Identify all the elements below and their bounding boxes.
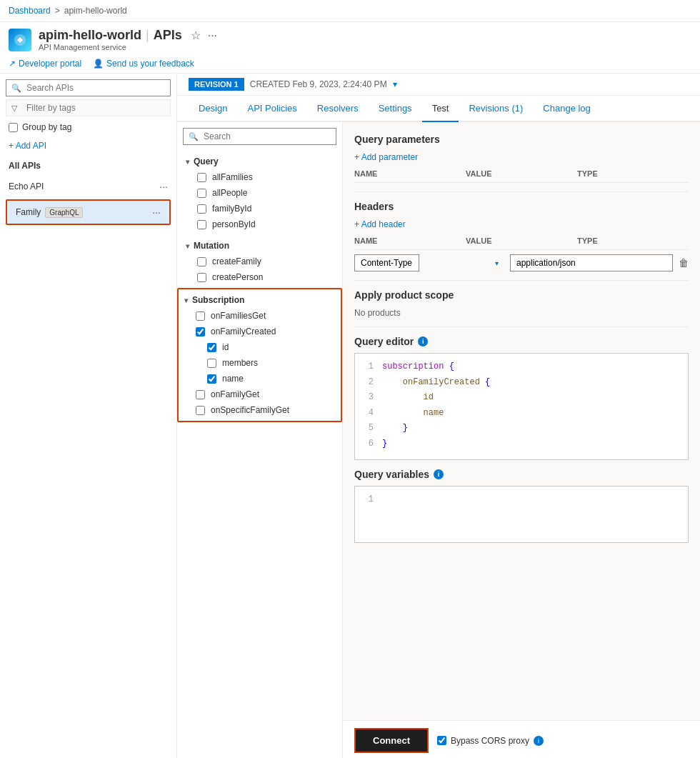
api-name-family: Family GraphQL (16, 207, 83, 218)
tab-change-log[interactable]: Change log (533, 96, 601, 122)
ops-group-query-header[interactable]: ▾ Query (183, 154, 336, 169)
tab-revisions[interactable]: Revisions (1) (459, 96, 533, 122)
ops-item-members[interactable]: members (181, 355, 338, 371)
subscription-group-label: Subscription (192, 295, 244, 305)
code-line-5: 5 } (361, 421, 682, 437)
createFamily-checkbox[interactable] (197, 257, 206, 266)
ops-item-createFamily[interactable]: createFamily (183, 254, 336, 269)
onSpecificFamilyGet-checkbox[interactable] (196, 406, 205, 415)
query-group-label: Query (194, 156, 219, 166)
revision-dropdown-icon[interactable]: ▾ (393, 79, 397, 89)
delete-header-icon[interactable]: 🗑 (679, 257, 689, 269)
name-checkbox[interactable] (207, 374, 216, 384)
divider-2 (354, 280, 689, 281)
mutation-chevron-icon: ▾ (186, 242, 189, 250)
ops-item-allFamilies[interactable]: allFamilies (183, 169, 336, 185)
ops-search-icon: 🔍 (189, 132, 199, 141)
query-variables-editor[interactable]: 1 (354, 486, 689, 543)
code-line-3: 3 id (361, 390, 682, 406)
breadcrumb: Dashboard > apim-hello-world (0, 0, 700, 22)
api-item-echo[interactable]: Echo API ··· (0, 175, 176, 198)
group-by-tag-label: Group by tag (22, 122, 71, 132)
group-by-tag-checkbox[interactable] (9, 123, 18, 132)
allFamilies-checkbox[interactable] (197, 173, 206, 182)
bypass-cors-label: Bypass CORS proxy i (437, 736, 544, 746)
ops-item-name[interactable]: name (181, 371, 338, 387)
add-header-link[interactable]: + Add header (354, 219, 689, 229)
tabs-bar: Design API Policies Resolvers Settings T… (177, 96, 700, 122)
personById-checkbox[interactable] (197, 220, 206, 229)
col-name-qp: NAME (354, 169, 466, 178)
headers-title: Headers (354, 201, 689, 212)
breadcrumb-separator: > (55, 6, 60, 16)
api-item-family[interactable]: Family GraphQL ··· (7, 201, 169, 224)
onFamilyGet-checkbox[interactable] (196, 390, 205, 399)
bypass-cors-checkbox[interactable] (437, 736, 446, 745)
sidebar: 🔍 ▽ Group by tag + Add API All APIs Echo… (0, 74, 177, 758)
add-api-button[interactable]: + Add API (0, 135, 176, 156)
developer-portal-link[interactable]: ↗ Developer portal (9, 59, 81, 69)
query-editor[interactable]: 1 subscription { 2 onFamilyCreated { 3 i… (354, 353, 689, 460)
right-content: Query parameters + Add parameter NAME VA… (343, 122, 700, 758)
two-col-layout: 🔍 ▾ Query allFamilies allPeople (177, 122, 700, 758)
onFamilyCreated-checkbox[interactable] (196, 327, 205, 336)
tab-design[interactable]: Design (189, 96, 237, 122)
no-products: No products (354, 308, 689, 318)
breadcrumb-dashboard[interactable]: Dashboard (9, 6, 51, 16)
tab-test[interactable]: Test (422, 96, 459, 122)
tab-settings[interactable]: Settings (369, 96, 422, 122)
divider-1 (354, 191, 689, 192)
ops-item-onFamilyGet[interactable]: onFamilyGet (181, 387, 338, 402)
more-icon[interactable]: ··· (208, 29, 217, 42)
header-row-content-type: Content-Type 🗑 (354, 254, 689, 271)
ops-item-personById[interactable]: personById (183, 216, 336, 232)
query-chevron-icon: ▾ (186, 158, 189, 166)
ops-search-input[interactable] (183, 128, 336, 145)
ops-item-onFamilyCreated[interactable]: onFamilyCreated (181, 324, 338, 339)
add-parameter-link[interactable]: + Add parameter (354, 152, 689, 162)
col-type-h: TYPE (577, 236, 689, 245)
star-icon[interactable]: ☆ (191, 29, 201, 42)
api-item-family-wrapper: Family GraphQL ··· (6, 199, 171, 225)
query-vars-info-icon: i (434, 469, 444, 479)
content-type-value[interactable] (510, 254, 673, 271)
app-logo (9, 29, 31, 51)
ops-item-allPeople[interactable]: allPeople (183, 185, 336, 201)
feedback-link[interactable]: 👤 Send us your feedback (93, 59, 194, 69)
ops-item-createPerson[interactable]: createPerson (183, 269, 336, 285)
onFamiliesGet-checkbox[interactable] (196, 311, 205, 321)
connect-button[interactable]: Connect (354, 728, 429, 753)
col-value-h: VALUE (466, 236, 577, 245)
filter-icon: ▽ (11, 104, 17, 113)
echo-more-icon[interactable]: ··· (159, 181, 168, 192)
allPeople-checkbox[interactable] (197, 189, 206, 198)
ops-item-familyById[interactable]: familyById (183, 201, 336, 216)
ops-item-id[interactable]: id (181, 339, 338, 355)
filter-container: ▽ (6, 99, 171, 116)
query-vars-header: Query variables i (354, 469, 689, 480)
content-type-select-wrapper: Content-Type (354, 254, 504, 271)
code-line-2: 2 onFamilyCreated { (361, 375, 682, 391)
ops-item-onSpecificFamilyGet[interactable]: onSpecificFamilyGet (181, 402, 338, 418)
tab-api-policies[interactable]: API Policies (237, 96, 306, 122)
family-more-icon[interactable]: ··· (152, 206, 161, 218)
feedback-icon: 👤 (93, 59, 104, 69)
members-checkbox[interactable] (207, 359, 216, 368)
subscription-chevron-icon: ▾ (184, 296, 188, 304)
ops-group-mutation-header[interactable]: ▾ Mutation (183, 238, 336, 254)
right-panel: Query parameters + Add parameter NAME VA… (343, 122, 700, 720)
search-input[interactable] (6, 79, 171, 96)
filter-input[interactable] (6, 99, 171, 116)
tab-resolvers[interactable]: Resolvers (307, 96, 369, 122)
code-line-6: 6 } (361, 437, 682, 452)
ops-item-onFamiliesGet[interactable]: onFamiliesGet (181, 308, 338, 324)
bypass-cors-info-icon: i (534, 736, 544, 746)
header-subtitle: API Management service (39, 43, 217, 51)
familyById-checkbox[interactable] (197, 204, 206, 214)
id-checkbox[interactable] (207, 343, 216, 352)
revision-bar: REVISION 1 CREATED Feb 9, 2023, 2:24:40 … (177, 74, 700, 96)
content-type-select[interactable]: Content-Type (354, 254, 419, 271)
headers-col-headers: NAME VALUE TYPE (354, 236, 689, 250)
createPerson-checkbox[interactable] (197, 273, 206, 282)
ops-group-subscription-header[interactable]: ▾ Subscription (181, 292, 338, 308)
